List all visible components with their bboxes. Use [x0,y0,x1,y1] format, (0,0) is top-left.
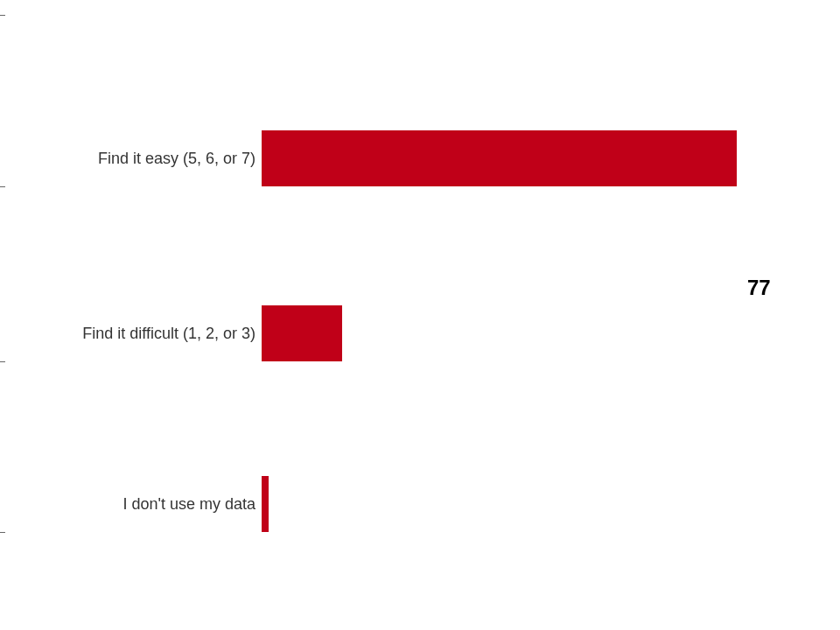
bar-track [262,305,342,361]
bar-track [262,476,269,532]
axis-tick [0,532,5,533]
bar-row: Find it difficult (1, 2, or 3) 13 [0,305,840,361]
category-label: Find it difficult (1, 2, or 3) [82,325,256,343]
bar-chart: Find it easy (5, 6, or 7) 77 Find it dif… [0,0,840,630]
bar-track [262,130,737,186]
bar-row: I don't use my data 1 [0,476,840,532]
bar [262,130,737,186]
value-label: 77 [747,276,771,300]
category-label: I don't use my data [122,495,256,514]
axis-tick [0,186,5,187]
bar-row: Find it easy (5, 6, or 7) 77 [0,130,840,186]
category-label: Find it easy (5, 6, or 7) [98,150,256,168]
axis-tick [0,361,5,362]
bar [262,305,342,361]
bar [262,476,269,532]
value-label: 13 [353,626,376,630]
axis-tick [0,15,5,16]
